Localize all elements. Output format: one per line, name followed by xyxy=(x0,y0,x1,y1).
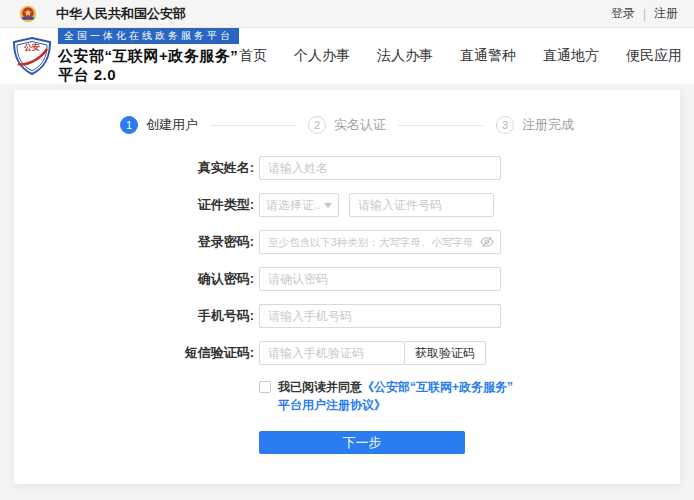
step-3-circle: 3 xyxy=(496,116,514,134)
agreement-prefix: 我已阅读并同意 xyxy=(278,380,362,394)
police-emblem-icon xyxy=(18,4,38,24)
confirm-password-input[interactable] xyxy=(259,267,501,291)
step-2-label: 实名认证 xyxy=(334,116,386,134)
nav-item-apps[interactable]: 便民应用 xyxy=(626,47,682,65)
auth-links: 登录 | 注册 xyxy=(611,5,684,22)
real-name-row: 真实姓名: xyxy=(14,156,680,180)
step-real-name-auth: 2 实名认证 xyxy=(308,116,386,134)
real-name-input[interactable] xyxy=(259,156,501,180)
nav-item-personal[interactable]: 个人办事 xyxy=(294,47,350,65)
register-card: 1 创建用户 2 实名认证 3 注册完成 真实姓名: xyxy=(14,90,680,484)
register-link[interactable]: 注册 xyxy=(654,5,678,22)
sms-code-row: 短信验证码: 获取验证码 xyxy=(14,341,680,365)
step-connector xyxy=(398,125,484,126)
password-input[interactable] xyxy=(259,230,501,254)
nav-item-police-type[interactable]: 直通警种 xyxy=(460,47,516,65)
nav-item-home[interactable]: 首页 xyxy=(239,47,267,65)
agreement-row: 我已阅读并同意《公安部“互联网+政务服务”平台用户注册协议》 xyxy=(14,378,680,414)
phone-row: 手机号码: xyxy=(14,304,680,328)
confirm-password-row: 确认密码: xyxy=(14,267,680,291)
step-create-user: 1 创建用户 xyxy=(120,116,198,134)
main-area: 1 创建用户 2 实名认证 3 注册完成 真实姓名: xyxy=(0,84,694,484)
step-3-label: 注册完成 xyxy=(522,116,574,134)
id-type-label: 证件类型: xyxy=(14,196,254,214)
step-1-circle: 1 xyxy=(120,116,138,134)
header: 公安 全国一体化在线政务服务平台 公安部“互联网+政务服务”平台 2.0 首页 … xyxy=(0,28,694,84)
step-connector xyxy=(210,125,296,126)
login-link[interactable]: 登录 xyxy=(611,5,635,22)
next-step-button[interactable]: 下一步 xyxy=(259,431,465,454)
shield-logo-icon: 公安 xyxy=(10,36,54,76)
nav-item-local[interactable]: 直通地方 xyxy=(543,47,599,65)
site-name: 中华人民共和国公安部 xyxy=(56,5,186,23)
id-type-row: 证件类型: 请选择证... xyxy=(14,193,680,217)
password-row: 登录密码: xyxy=(14,230,680,254)
page-title: 公安部“互联网+政务服务”平台 2.0 xyxy=(58,47,239,85)
eye-slash-icon[interactable] xyxy=(479,234,495,250)
id-type-select-placeholder: 请选择证... xyxy=(266,197,322,214)
agreement-text: 我已阅读并同意《公安部“互联网+政务服务”平台用户注册协议》 xyxy=(278,378,516,414)
step-1-label: 创建用户 xyxy=(146,116,198,134)
register-form: 真实姓名: 证件类型: 请选择证... 登录密码: xyxy=(14,156,680,454)
chevron-down-icon xyxy=(324,203,332,208)
nav-item-legal[interactable]: 法人办事 xyxy=(377,47,433,65)
brand-block: 全国一体化在线政务服务平台 公安部“互联网+政务服务”平台 2.0 xyxy=(58,28,239,85)
password-label: 登录密码: xyxy=(14,233,254,251)
top-bar: 中华人民共和国公安部 登录 | 注册 xyxy=(0,0,694,28)
sms-code-input[interactable] xyxy=(259,341,405,365)
phone-input[interactable] xyxy=(259,304,501,328)
get-sms-code-button[interactable]: 获取验证码 xyxy=(404,341,486,365)
step-indicator: 1 创建用户 2 实名认证 3 注册完成 xyxy=(14,90,680,134)
phone-label: 手机号码: xyxy=(14,307,254,325)
real-name-label: 真实姓名: xyxy=(14,159,254,177)
svg-text:公安: 公安 xyxy=(23,42,40,52)
auth-divider: | xyxy=(643,7,646,21)
id-type-select[interactable]: 请选择证... xyxy=(259,193,339,217)
id-number-input[interactable] xyxy=(349,193,494,217)
confirm-password-label: 确认密码: xyxy=(14,270,254,288)
sms-code-label: 短信验证码: xyxy=(14,344,254,362)
main-nav: 首页 个人办事 法人办事 直通警种 直通地方 便民应用 xyxy=(239,47,686,65)
step-2-circle: 2 xyxy=(308,116,326,134)
platform-badge: 全国一体化在线政务服务平台 xyxy=(58,28,239,44)
agreement-checkbox[interactable] xyxy=(259,381,271,393)
submit-row: 下一步 xyxy=(14,431,680,454)
step-register-done: 3 注册完成 xyxy=(496,116,574,134)
